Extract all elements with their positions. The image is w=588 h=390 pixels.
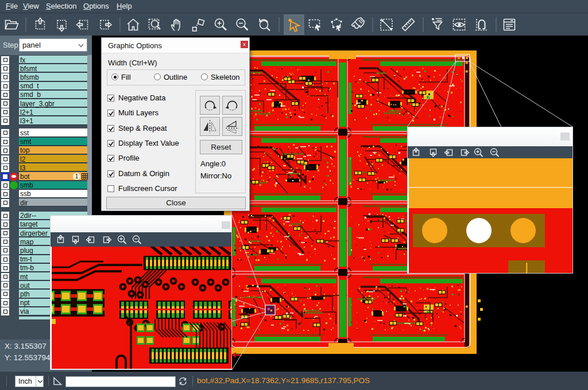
svg-text:✱: ✱ — [465, 69, 469, 73]
svg-text:✱: ✱ — [465, 305, 469, 309]
